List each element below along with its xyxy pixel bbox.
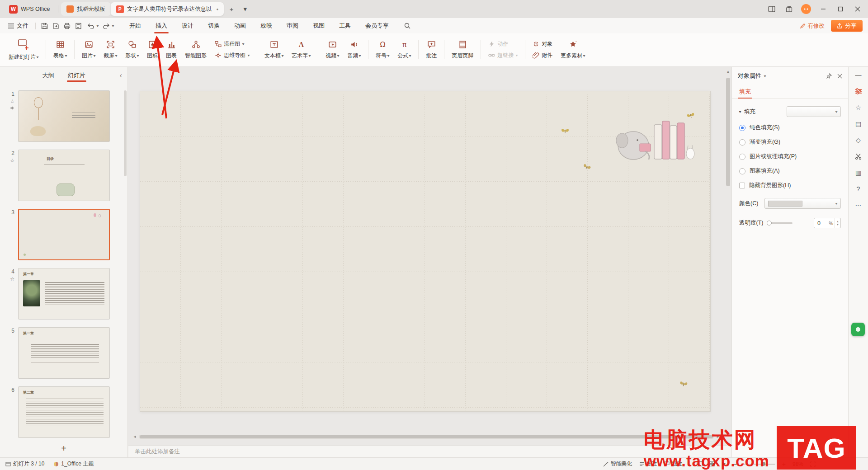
icons-button[interactable]: 图标: [143, 36, 162, 63]
notes-toggle[interactable]: 备注: [639, 460, 657, 468]
header-footer-button[interactable]: 页眉页脚: [448, 36, 477, 63]
tab-review[interactable]: 审阅: [279, 18, 306, 33]
comment-button[interactable]: 批注: [422, 36, 441, 63]
textbox-button[interactable]: 文本框▾: [260, 36, 288, 63]
picture-button[interactable]: 图片▾: [78, 36, 99, 63]
formula-button[interactable]: π 公式▾: [393, 36, 415, 63]
properties-caret-icon[interactable]: ▾: [764, 74, 766, 78]
zoom-in-icon[interactable]: +: [782, 461, 786, 468]
tab-list-caret-icon[interactable]: ▾: [239, 3, 251, 15]
output-icon[interactable]: [50, 20, 61, 32]
object-properties-icon[interactable]: [853, 86, 864, 97]
tab-design[interactable]: 设计: [175, 18, 201, 33]
redo-caret-icon[interactable]: ▾: [112, 24, 114, 28]
pin-icon[interactable]: [826, 73, 832, 79]
spinner-icons[interactable]: ▲▼: [835, 218, 840, 228]
slide-thumb-5[interactable]: 5 第一章: [0, 327, 123, 379]
more-assets-button[interactable]: 更多素材▾: [557, 36, 589, 63]
tab-animation[interactable]: 动画: [227, 18, 253, 33]
shapes-button[interactable]: 形状▾: [121, 36, 143, 63]
docer-template-tab[interactable]: 找稻壳模板: [61, 2, 111, 16]
zoom-slider[interactable]: [744, 464, 775, 465]
collapse-strip-icon[interactable]: —: [853, 70, 864, 80]
horizontal-scrollbar[interactable]: ◄ ►: [133, 434, 720, 439]
search-icon[interactable]: [401, 20, 413, 32]
favorites-star-icon[interactable]: ☆: [853, 102, 864, 113]
editing-canvas[interactable]: ◄ ► ▲ 单击此处添加备注: [128, 67, 731, 457]
transparency-input[interactable]: 0 % ▲▼: [814, 218, 841, 228]
share-button[interactable]: 分享: [831, 20, 863, 32]
design-pane-icon[interactable]: ◇: [853, 135, 864, 146]
print-icon[interactable]: [61, 20, 73, 32]
tab-slides[interactable]: 幻灯片: [68, 67, 85, 84]
fit-to-window-icon[interactable]: [810, 461, 816, 467]
pattern-fill-option[interactable]: 图案填充(A): [739, 167, 841, 175]
scroll-up-icon[interactable]: ▲: [726, 70, 731, 74]
scroll-right-icon[interactable]: ►: [716, 435, 720, 439]
layout-pane-icon[interactable]: ▤: [853, 118, 864, 129]
screenshot-button[interactable]: 截屏▾: [99, 36, 121, 63]
section-collapse-icon[interactable]: ▾: [739, 110, 741, 114]
tab-slideshow[interactable]: 放映: [253, 18, 279, 33]
ai-assistant-icon[interactable]: [799, 3, 813, 15]
new-tab-button[interactable]: +: [226, 3, 237, 15]
thumbnails-scrollbar[interactable]: [124, 90, 127, 176]
slide-thumb-1[interactable]: 1 ☆: [0, 90, 123, 142]
undo-icon[interactable]: [85, 20, 96, 32]
fill-style-dropdown[interactable]: ▾: [787, 106, 841, 117]
wps-home-tab[interactable]: W WPS Office: [4, 2, 55, 16]
comments-toggle[interactable]: 批注: [664, 460, 683, 468]
video-button[interactable]: 视频▾: [321, 36, 343, 63]
slide-thumb-3-selected[interactable]: 3: [0, 209, 123, 260]
preview-icon[interactable]: [73, 20, 84, 32]
tab-home[interactable]: 开始: [122, 18, 148, 33]
file-menu-button[interactable]: 文件: [5, 22, 32, 30]
smart-beautify-button[interactable]: 智能美化: [603, 460, 632, 468]
tab-tools[interactable]: 工具: [332, 18, 358, 33]
tab-outline[interactable]: 大纲: [42, 67, 54, 84]
collapse-panel-icon[interactable]: ‹: [120, 67, 122, 84]
new-slide-button[interactable]: 新建幻灯片▾: [5, 36, 42, 63]
save-icon[interactable]: [39, 20, 50, 32]
object-button[interactable]: 对象: [533, 40, 552, 48]
close-panel-icon[interactable]: [837, 74, 842, 79]
maximize-button[interactable]: [834, 3, 847, 15]
slide-sorter-icon[interactable]: [709, 461, 715, 466]
redo-icon[interactable]: [100, 20, 112, 32]
picture-fill-option[interactable]: 图片或纹理填充(P): [739, 153, 841, 160]
tab-member[interactable]: 会员专享: [358, 18, 396, 33]
tab-view[interactable]: 视图: [306, 18, 332, 33]
symbol-button[interactable]: Ω 符号▾: [372, 36, 393, 63]
hide-background-checkbox[interactable]: 隐藏背景图形(H): [739, 182, 841, 189]
layout-panels-icon[interactable]: [765, 3, 778, 15]
theme-indicator[interactable]: 1_Office 主题: [53, 460, 94, 468]
cl ip-scissors-icon[interactable]: [853, 151, 864, 162]
play-slideshow-icon[interactable]: [722, 461, 726, 466]
smartart-button[interactable]: 智能图形: [181, 36, 211, 63]
tab-insert[interactable]: 插入: [148, 18, 175, 33]
modified-status[interactable]: 有修改: [800, 22, 825, 30]
wordart-button[interactable]: A 艺术字▾: [288, 36, 315, 63]
attachment-button[interactable]: 附件: [533, 52, 552, 59]
transparency-slider[interactable]: [767, 222, 793, 224]
notes-bar[interactable]: 单击此处添加备注: [128, 446, 731, 457]
gradient-fill-option[interactable]: 渐变填充(G): [739, 138, 841, 146]
zoom-level[interactable]: 98%: [793, 461, 803, 467]
help-icon[interactable]: ?: [853, 183, 864, 194]
fill-tab[interactable]: 填充: [738, 85, 752, 98]
slider-knob[interactable]: [767, 221, 772, 226]
solid-fill-option[interactable]: 纯色填充(S): [739, 124, 841, 132]
floating-helper-button[interactable]: [851, 323, 865, 336]
close-button[interactable]: [851, 3, 864, 15]
slide-thumb-6[interactable]: 6 第二章: [0, 386, 123, 438]
mindmap-button[interactable]: 思维导图▾: [215, 52, 250, 59]
slide-thumb-4[interactable]: 4 ☆ 第一章: [0, 268, 123, 320]
table-button[interactable]: 表格▾: [49, 36, 71, 63]
undo-caret-icon[interactable]: ▾: [97, 24, 99, 28]
scroll-left-icon[interactable]: ◄: [133, 435, 137, 439]
vertical-scrollbar[interactable]: ▲: [726, 69, 731, 431]
slide-thumb-2[interactable]: 2 ☆ 目录: [0, 150, 123, 201]
chart-button[interactable]: 图表: [162, 36, 181, 63]
minimize-button[interactable]: [816, 3, 830, 15]
color-dropdown[interactable]: ▾: [764, 198, 841, 209]
